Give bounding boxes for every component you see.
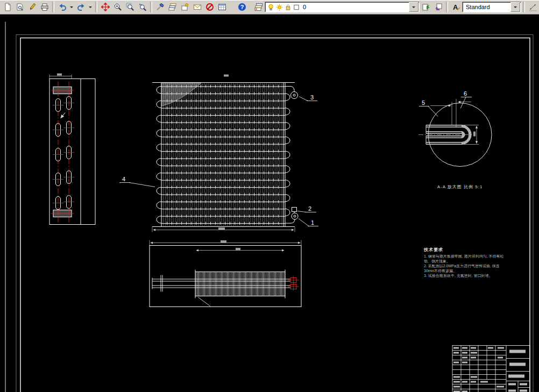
help-button[interactable]: ? bbox=[236, 1, 248, 13]
balloon-3: 3 bbox=[310, 94, 314, 101]
dimension-text-smudge bbox=[473, 132, 476, 137]
layer-previous-button[interactable] bbox=[432, 1, 444, 13]
detail-view-caption: A-A 放大图 比例 5:1 bbox=[428, 184, 492, 190]
dimension-top bbox=[49, 74, 72, 79]
toolbar-separator bbox=[95, 2, 97, 12]
drawing-canvas-area[interactable]: 3 2 1 4 bbox=[0, 15, 539, 392]
help-icon: ? bbox=[238, 3, 246, 11]
tech-notes: 技术要求 1. 铜管与翅片胀接牢固, 翅片排列均匀, 不得有松动、倒片现象。 2… bbox=[424, 247, 508, 278]
balloon-6: 6 bbox=[464, 90, 467, 97]
pan-button[interactable] bbox=[99, 1, 111, 13]
tech-note-line: 1. 铜管与翅片胀接牢固, 翅片排列均匀, 不得有松动、倒片现象。 bbox=[424, 254, 508, 263]
markup-button[interactable] bbox=[203, 1, 216, 13]
chevron-down-icon bbox=[70, 6, 73, 10]
current-layer-name: 0 bbox=[301, 4, 409, 10]
layer-previous-icon bbox=[434, 3, 443, 11]
new-button[interactable] bbox=[1, 1, 13, 13]
cad-application-window: { "toolbar": { "layer_combo_value": "0",… bbox=[0, 0, 539, 392]
table-button[interactable] bbox=[216, 1, 228, 13]
text-style-icon: A bbox=[452, 3, 460, 11]
layers-button[interactable] bbox=[166, 1, 179, 13]
toolbar-separator bbox=[446, 2, 448, 12]
fin-collar-ticks bbox=[162, 83, 283, 226]
style-combo-dropdown[interactable] bbox=[510, 2, 520, 12]
printer-icon bbox=[40, 3, 49, 11]
zoom-previous-button[interactable] bbox=[136, 1, 148, 13]
plot-button[interactable] bbox=[38, 1, 51, 13]
undo-button[interactable] bbox=[56, 1, 68, 13]
tech-note-line: 3. 试验合格后吹干, 充氮密封, 管口封堵。 bbox=[424, 273, 508, 278]
dimension-text-smudge bbox=[224, 75, 229, 77]
sun-icon bbox=[275, 3, 283, 11]
new-icon bbox=[3, 3, 12, 11]
chevron-down-icon bbox=[89, 6, 92, 10]
layer-new-icon bbox=[181, 3, 189, 11]
outlet-fittings bbox=[285, 208, 298, 224]
dim-style-icon bbox=[529, 3, 537, 11]
coil-front-view bbox=[152, 75, 298, 232]
drawing-canvas[interactable]: 3 2 1 4 bbox=[0, 15, 539, 392]
make-layer-current-icon bbox=[422, 3, 430, 11]
layer-control-combo[interactable]: 0 bbox=[265, 2, 420, 12]
redo-icon bbox=[77, 3, 86, 11]
pan-arrows-icon bbox=[101, 3, 110, 11]
preview-icon bbox=[16, 3, 24, 11]
balloon-4: 4 bbox=[122, 176, 125, 182]
dimension-text-smudge bbox=[218, 227, 225, 230]
toolbar-separator bbox=[150, 2, 152, 12]
tech-note-line: 2. 装配后以2.0MPa压力进行气密性试验, 保压30min不得有渗漏。 bbox=[424, 263, 508, 273]
table-icon bbox=[218, 3, 226, 11]
tube-sheet-view bbox=[49, 74, 95, 225]
publish-button[interactable] bbox=[191, 1, 203, 13]
envelope-icon bbox=[193, 3, 202, 11]
pencil-icon bbox=[28, 3, 37, 11]
toolbar: ? 0 A Standard D bbox=[0, 0, 539, 15]
tech-notes-title: 技术要求 bbox=[424, 247, 508, 253]
redo-button[interactable] bbox=[75, 1, 87, 13]
toolbar-separator bbox=[523, 2, 525, 12]
balloon-1: 1 bbox=[311, 219, 314, 226]
side-fin-block bbox=[195, 272, 285, 296]
balloon-5: 5 bbox=[422, 99, 425, 106]
undo-dropdown[interactable] bbox=[68, 1, 75, 13]
properties-icon bbox=[156, 3, 165, 11]
side-fittings bbox=[288, 276, 299, 291]
dimension-text-smudge bbox=[57, 74, 62, 76]
dimension-bottom bbox=[152, 227, 295, 232]
layer-properties-button[interactable] bbox=[252, 1, 265, 13]
coil-detail-view: 5 6 bbox=[419, 90, 492, 167]
chevron-down-icon bbox=[412, 6, 415, 10]
chevron-down-icon bbox=[514, 6, 517, 10]
bulb-icon bbox=[267, 3, 275, 11]
inlet-fitting bbox=[285, 87, 298, 99]
zoom-realtime-button[interactable] bbox=[111, 1, 124, 13]
coil-side-view bbox=[150, 240, 301, 307]
lock-icon bbox=[284, 3, 292, 11]
layer-new-button[interactable] bbox=[179, 1, 191, 13]
zoom-window-button[interactable] bbox=[124, 1, 136, 13]
layer-combo-dropdown[interactable] bbox=[409, 2, 419, 12]
title-block bbox=[452, 346, 530, 392]
make-object-layer-current-button[interactable] bbox=[420, 1, 432, 13]
properties-button[interactable] bbox=[154, 1, 166, 13]
text-style-button[interactable]: A bbox=[450, 1, 462, 13]
dim-style-button[interactable] bbox=[527, 1, 539, 13]
sketch-button[interactable] bbox=[26, 1, 38, 13]
dimension-text-smudge bbox=[221, 240, 226, 243]
markup-icon bbox=[205, 3, 214, 11]
dimension-text-smudge bbox=[236, 248, 240, 250]
zoom-realtime-icon bbox=[114, 3, 122, 11]
preview-button[interactable] bbox=[13, 1, 26, 13]
zoom-window-icon bbox=[126, 3, 134, 11]
layers-icon bbox=[168, 3, 177, 11]
redo-dropdown[interactable] bbox=[87, 1, 94, 13]
zoom-previous-icon bbox=[138, 3, 147, 11]
undo-icon bbox=[58, 3, 67, 11]
centerlines bbox=[51, 82, 74, 223]
text-style-combo[interactable]: Standard bbox=[462, 2, 521, 12]
svg-text:A: A bbox=[453, 3, 458, 11]
fin-leader-line bbox=[198, 297, 210, 307]
section-arrow bbox=[61, 113, 65, 118]
current-text-style: Standard bbox=[464, 4, 510, 10]
left-u-bends bbox=[157, 87, 161, 224]
